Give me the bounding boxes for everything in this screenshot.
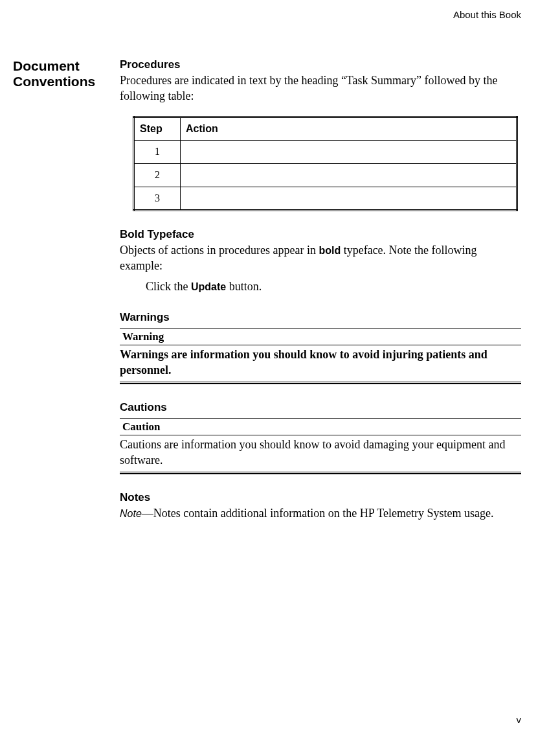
divider xyxy=(120,382,521,382)
page-content: Document Conventions Procedures Procedur… xyxy=(13,58,521,521)
caution-label: Caution xyxy=(120,419,521,435)
caution-body: Cautions are information you should know… xyxy=(120,435,521,472)
note-text: Notes contain additional information on … xyxy=(153,507,494,520)
col-action-header: Action xyxy=(181,117,517,140)
example-post: button. xyxy=(226,280,262,293)
warning-label: Warning xyxy=(120,329,521,345)
action-cell xyxy=(181,187,517,210)
notes-body: Note—Notes contain additional informatio… xyxy=(120,505,521,521)
table-row: 2 xyxy=(134,163,517,187)
step-cell: 3 xyxy=(134,187,181,210)
cautions-heading: Cautions xyxy=(120,401,521,414)
note-dash: — xyxy=(142,507,153,520)
table-header-row: Step Action xyxy=(134,117,517,140)
bold-typeface-body: Objects of actions in procedures appear … xyxy=(120,242,521,274)
divider-thick xyxy=(120,473,521,474)
warnings-heading: Warnings xyxy=(120,311,521,324)
bold-body-bold: bold xyxy=(319,245,341,256)
example-bold: Update xyxy=(191,281,226,292)
step-action-table: Step Action 1 2 3 xyxy=(133,116,518,211)
note-label: Note xyxy=(120,508,142,519)
step-cell: 1 xyxy=(134,140,181,163)
page-number: v xyxy=(517,714,522,725)
bold-typeface-example: Click the Update button. xyxy=(146,279,521,294)
action-cell xyxy=(181,163,517,187)
example-pre: Click the xyxy=(146,280,191,293)
bold-typeface-heading: Bold Typeface xyxy=(120,228,521,241)
table-row: 3 xyxy=(134,187,517,210)
notes-heading: Notes xyxy=(120,491,521,504)
col-step-header: Step xyxy=(134,117,181,140)
procedures-heading: Procedures xyxy=(120,58,521,71)
warning-body: Warnings are information you should know… xyxy=(120,345,521,382)
divider xyxy=(120,472,521,472)
main-column: Procedures Procedures are indicated in t… xyxy=(120,58,521,521)
step-cell: 2 xyxy=(134,163,181,187)
bold-body-pre: Objects of actions in procedures appear … xyxy=(120,244,319,257)
table-row: 1 xyxy=(134,140,517,163)
section-title: Document Conventions xyxy=(13,58,120,521)
section-title-line1: Document xyxy=(13,58,120,74)
action-cell xyxy=(181,140,517,163)
divider-thick xyxy=(120,383,521,384)
header-label: About this Book xyxy=(453,9,521,20)
section-title-line2: Conventions xyxy=(13,74,120,89)
procedures-body: Procedures are indicated in text by the … xyxy=(120,73,521,104)
